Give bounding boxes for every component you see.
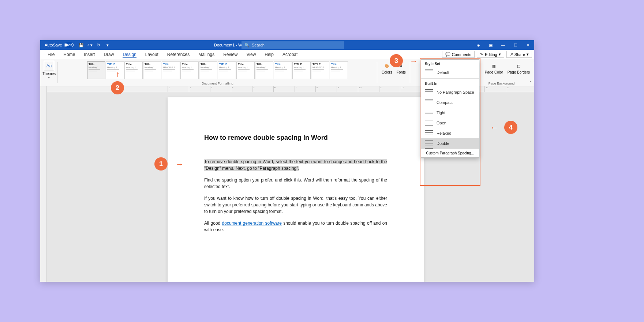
search-input[interactable] [252,43,341,47]
dropdown-item-default[interactable]: Default [421,67,479,78]
dropdown-item-no-paragraph-space[interactable]: No Paragraph Space [421,87,479,97]
ribbon-group-label: Document Formatting [202,82,233,85]
document-heading: How to remove double spacing in Word [204,134,387,142]
spacing-icon [425,89,433,95]
annotation-callout-3: 3 [390,54,403,67]
share-icon: ↗ [510,52,513,57]
annotation-callout-2: 2 [111,81,124,94]
comment-icon: 💬 [445,52,450,57]
style-set-thumbnail[interactable]: TitleHeading 1▬▬▬▬▬▬▬▬▬▬▬▬▬▬ [143,61,161,79]
ruler-tick: 8 [315,86,337,92]
themes-icon: Aa [44,61,54,71]
style-set-thumbnail[interactable]: TITLEHeading 1▬▬▬▬▬▬▬▬▬▬▬▬▬▬ [292,61,311,79]
save-icon[interactable]: 💾 [79,42,84,48]
ruler-tick: 1 [168,86,189,92]
chevron-down-icon: ▾ [499,52,501,57]
menubar-right-actions: 💬Comments ✎Editing▾ ↗Share▾ [442,51,532,58]
search-box[interactable]: 🔍 [242,41,344,49]
redo-icon[interactable]: ↻ [96,42,101,48]
dropdown-section-header: Built-In [421,79,479,87]
ruler-tick: 5 [252,86,273,92]
menu-item-layout[interactable]: Layout [141,50,163,59]
style-set-thumbnail[interactable]: TITLEHEADING 1▬▬▬▬▬▬▬▬▬▬▬▬▬▬ [311,61,329,79]
autosave-toggle[interactable]: AutoSave Off [40,43,74,47]
window-controls: ◈ ▣ — ☐ ✕ [472,40,534,50]
search-icon: 🔍 [244,43,250,48]
dropdown-item-double[interactable]: Double [421,138,479,149]
ruler-tick: 12 [400,86,421,92]
menu-item-design[interactable]: Design [118,50,141,59]
account-icon[interactable]: ◈ [472,40,484,50]
collapse-ribbon-icon[interactable]: ⌃ [529,80,532,85]
ruler-tick: 16 [484,86,506,92]
menu-item-file[interactable]: File [43,50,59,59]
style-set-gallery[interactable]: TitleHeading 1▬▬▬▬▬▬▬▬▬▬▬▬▬▬TITLEHeading… [86,61,349,80]
dropdown-section-header: Style Set [421,60,479,67]
page-color-icon: ▦ [490,62,498,70]
share-button[interactable]: ↗Share▾ [506,51,532,58]
page-borders-icon: ▢ [515,62,522,70]
dropdown-item-tight[interactable]: Tight [421,108,479,118]
ruler-tick: 17 [506,86,527,92]
ruler-tick: 4 [231,86,252,92]
minimize-button[interactable]: — [497,40,509,50]
dropdown-item-compact[interactable]: Compact [421,97,479,108]
document-paragraph-4: All good document generation software sh… [204,220,387,233]
dropdown-separator [421,78,479,79]
colors-icon: 🎨 [383,62,390,70]
editing-button[interactable]: ✎Editing▾ [477,51,504,58]
page-color-button[interactable]: ▦Page Color [483,61,505,76]
undo-icon[interactable]: ↶▾ [87,42,93,48]
style-set-thumbnail[interactable]: TITLEHeading 1▬▬▬▬▬▬▬▬▬▬▬▬▬▬ [106,61,124,79]
menu-item-insert[interactable]: Insert [79,50,99,59]
display-options-icon[interactable]: ▣ [484,40,497,50]
selected-text[interactable]: To remove double spacing in Word, select… [204,159,387,171]
menu-item-draw[interactable]: Draw [99,50,118,59]
ribbon-group-themes: Aa Themes ▾ [40,59,58,86]
quick-access-toolbar: 💾 ↶▾ ↻ ▾ [79,42,110,48]
ruler-tick: 10 [358,86,379,92]
menu-item-help[interactable]: Help [260,50,278,59]
menu-bar: FileHomeInsertDrawDesignLayoutReferences… [40,50,534,59]
menu-item-references[interactable]: References [163,50,194,59]
ruler-tick: 7 [295,86,316,92]
qat-dropdown-icon[interactable]: ▾ [105,42,110,48]
dropdown-item-relaxed[interactable]: Relaxed [421,128,479,138]
style-set-thumbnail[interactable]: TitleHEADING 1▬▬▬▬▬▬▬▬▬▬▬▬▬▬ [162,61,180,79]
annotation-callout-4: 4 [504,121,517,134]
spacing-icon [425,130,433,136]
ruler-tick: 9 [337,86,358,92]
page-borders-button[interactable]: ▢Page Borders [505,61,532,76]
ruler-tick: 2 [189,86,210,92]
dropdown-item-open[interactable]: Open [421,118,479,128]
toggle-switch-icon[interactable]: Off [64,43,74,47]
menu-item-view[interactable]: View [242,50,261,59]
spacing-icon [425,141,433,146]
menu-item-home[interactable]: Home [59,50,79,59]
style-set-thumbnail[interactable]: TitleHeading 1▬▬▬▬▬▬▬▬▬▬▬▬▬▬ [255,61,273,79]
spacing-default-icon [425,70,433,75]
maximize-button[interactable]: ☐ [509,40,522,50]
menu-item-review[interactable]: Review [219,50,242,59]
style-set-thumbnail[interactable]: TitleHeading 1▬▬▬▬▬▬▬▬▬▬▬▬▬▬ [274,61,292,79]
document-paragraph-3: If you want to know how to turn off doub… [204,195,387,215]
themes-button[interactable]: Aa Themes ▾ [42,61,56,79]
annotation-arrow-right-icon: → [410,56,418,66]
paragraph-spacing-dropdown: Style Set Default Built-In No Paragraph … [421,59,479,158]
style-set-thumbnail[interactable]: TITLEHeading 1▬▬▬▬▬▬▬▬▬▬▬▬▬▬ [218,61,236,79]
document-page[interactable]: How to remove double spacing in Word To … [168,97,424,282]
style-set-thumbnail[interactable]: TitleHeading 1▬▬▬▬▬▬▬▬▬▬▬▬▬▬ [330,61,348,79]
comments-button[interactable]: 💬Comments [442,51,475,58]
spacing-icon [425,110,433,116]
style-set-thumbnail[interactable]: TitleHeading 1▬▬▬▬▬▬▬▬▬▬▬▬▬▬ [180,61,199,79]
document-link[interactable]: document generation software [222,221,282,226]
style-set-thumbnail[interactable]: TitleHeading 1▬▬▬▬▬▬▬▬▬▬▬▬▬▬ [124,61,143,79]
menu-item-acrobat[interactable]: Acrobat [278,50,302,59]
close-button[interactable]: ✕ [522,40,534,50]
style-set-thumbnail[interactable]: TitleHeading 1▬▬▬▬▬▬▬▬▬▬▬▬▬▬ [87,61,105,79]
style-set-thumbnail[interactable]: TitleHeading 1▬▬▬▬▬▬▬▬▬▬▬▬▬▬ [236,61,255,79]
menu-item-mailings[interactable]: Mailings [194,50,219,59]
style-set-thumbnail[interactable]: TitleHeading 1▬▬▬▬▬▬▬▬▬▬▬▬▬▬ [199,61,217,79]
chevron-down-icon: ▾ [527,52,529,57]
dropdown-item-custom[interactable]: Custom Paragraph Spacing... [421,149,479,157]
